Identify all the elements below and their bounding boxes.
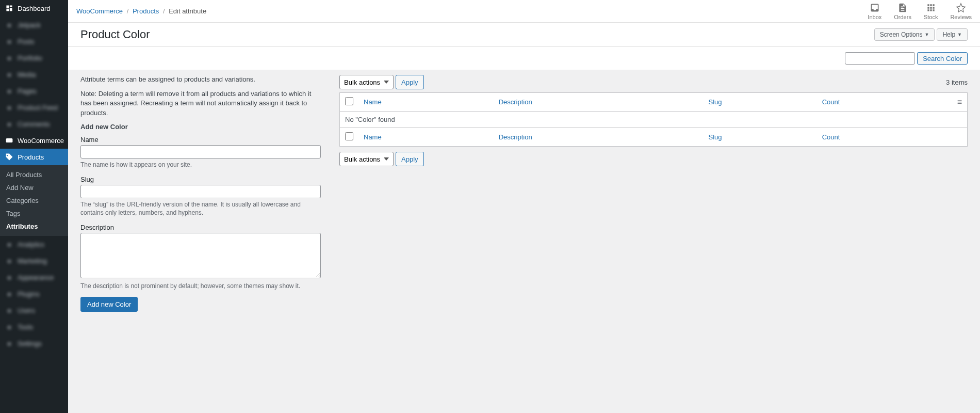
top-bar: WooCommerce / Products / Edit attribute … (68, 0, 980, 23)
sidebar-sub-attributes[interactable]: Attributes (0, 220, 68, 233)
name-label: Name (80, 136, 321, 144)
sidebar-item-blurred: ●Product Feed (0, 99, 68, 116)
breadcrumb: WooCommerce / Products / Edit attribute (76, 7, 206, 15)
caret-down-icon: ▼ (957, 32, 962, 37)
col-count[interactable]: Count (822, 98, 840, 106)
select-all-checkbox-bottom[interactable] (345, 132, 353, 140)
sidebar-item-label: WooCommerce (18, 137, 64, 145)
sidebar-sub-categories[interactable]: Categories (0, 194, 68, 207)
search-input[interactable] (845, 52, 915, 65)
select-all-checkbox[interactable] (345, 97, 353, 105)
heading-row: Product Color Screen Options ▼ Help ▼ (68, 23, 980, 47)
col-description[interactable]: Description (499, 133, 532, 141)
caret-down-icon: ▼ (924, 32, 929, 37)
slug-label: Slug (80, 176, 321, 183)
activity-label: Reviews (950, 14, 972, 20)
bulk-actions-bottom: Bulk actions Apply (339, 152, 968, 166)
screen-options-button[interactable]: Screen Options ▼ (874, 28, 935, 41)
sidebar-item-woocommerce[interactable]: WooCommerce (0, 132, 68, 149)
apply-button-bottom[interactable]: Apply (396, 152, 424, 166)
activity-panel: Inbox Orders Stock Reviews (868, 3, 972, 20)
sidebar-item-blurred: ●Plugins (0, 285, 68, 302)
sidebar-submenu: All Products Add New Categories Tags Att… (0, 165, 68, 236)
sidebar-item-label: Products (18, 153, 44, 161)
reviews-icon (956, 3, 966, 13)
search-row: Search Color (68, 47, 980, 70)
col-slug[interactable]: Slug (709, 133, 722, 141)
button-label: Help (942, 31, 955, 38)
col-name[interactable]: Name (364, 98, 382, 106)
activity-label: Inbox (868, 14, 881, 20)
terms-list-panel: Bulk actions Apply 3 items Name Descript… (339, 75, 968, 408)
breadcrumb-current: Edit attribute (169, 7, 206, 15)
add-new-heading: Add new Color (80, 123, 321, 131)
help-button[interactable]: Help ▼ (937, 28, 968, 41)
description-label: Description (80, 224, 321, 231)
sidebar-sub-add-new[interactable]: Add New (0, 181, 68, 194)
add-term-form: Attribute terms can be assigned to produ… (80, 75, 321, 408)
name-help: The name is how it appears on your site. (80, 161, 321, 169)
note-text: Note: Deleting a term will remove it fro… (80, 89, 321, 118)
svg-rect-0 (6, 138, 13, 142)
sidebar-item-dashboard[interactable]: Dashboard (0, 0, 68, 17)
sidebar-item-products[interactable]: Products (0, 149, 68, 165)
sidebar-item-blurred: ●Settings (0, 335, 68, 352)
products-icon (4, 152, 14, 162)
sidebar-item-blurred: ●Analytics (0, 236, 68, 252)
sidebar-item-blurred: ●Tools (0, 319, 68, 335)
apply-button[interactable]: Apply (396, 75, 424, 89)
sidebar-item-blurred: ●Media (0, 66, 68, 83)
breadcrumb-woocommerce[interactable]: WooCommerce (76, 7, 123, 15)
activity-inbox[interactable]: Inbox (868, 3, 881, 20)
activity-label: Stock (924, 14, 938, 20)
slug-input[interactable] (80, 185, 321, 198)
search-button[interactable]: Search Color (917, 52, 968, 65)
main-content: WooCommerce / Products / Edit attribute … (68, 0, 980, 413)
sidebar-item-blurred: ●Marketing (0, 252, 68, 269)
orders-icon (897, 3, 908, 13)
name-input[interactable] (80, 145, 321, 158)
col-name[interactable]: Name (364, 133, 382, 141)
admin-sidebar: Dashboard ●Jetpack●Posts●Portfolio●Media… (0, 0, 68, 413)
bulk-actions-select-bottom[interactable]: Bulk actions (339, 152, 394, 166)
sidebar-sub-tags[interactable]: Tags (0, 207, 68, 220)
col-description[interactable]: Description (499, 98, 532, 106)
configure-icon[interactable]: ≡ (957, 98, 962, 106)
note-text: Attribute terms can be assigned to produ… (80, 75, 321, 84)
item-count: 3 items (946, 78, 968, 86)
sidebar-item-blurred: ●Jetpack (0, 17, 68, 33)
activity-label: Orders (894, 14, 911, 20)
sidebar-item-blurred: ●Posts (0, 33, 68, 50)
description-help: The description is not prominent by defa… (80, 282, 321, 291)
breadcrumb-separator: / (127, 7, 129, 15)
dashboard-icon (4, 3, 14, 13)
no-results-text: No "Color" found (340, 112, 968, 128)
page-title: Product Color (80, 28, 150, 41)
activity-stock[interactable]: Stock (924, 3, 938, 20)
col-slug[interactable]: Slug (709, 98, 722, 106)
slug-help: The “slug” is the URL-friendly version o… (80, 200, 321, 218)
sidebar-item-blurred: ●Portfolio (0, 50, 68, 66)
sidebar-item-blurred: ●Users (0, 302, 68, 319)
col-count[interactable]: Count (822, 133, 840, 141)
breadcrumb-separator: / (163, 7, 165, 15)
inbox-icon (870, 3, 880, 13)
sidebar-item-label: Dashboard (18, 5, 51, 12)
sidebar-item-blurred: ●Comments (0, 116, 68, 132)
add-new-submit-button[interactable]: Add new Color (80, 297, 138, 312)
description-textarea[interactable] (80, 233, 321, 278)
woocommerce-icon (4, 135, 14, 146)
content-area: Attribute terms can be assigned to produ… (68, 70, 980, 413)
table-row-empty: No "Color" found (340, 112, 968, 128)
stock-icon (926, 3, 936, 13)
terms-table: Name Description Slug Count ≡ No "Color"… (339, 92, 968, 147)
sidebar-sub-all-products[interactable]: All Products (0, 168, 68, 181)
activity-orders[interactable]: Orders (894, 3, 911, 20)
activity-reviews[interactable]: Reviews (950, 3, 972, 20)
sidebar-item-blurred: ●Appearance (0, 269, 68, 285)
sidebar-item-blurred: ●Pages (0, 83, 68, 99)
breadcrumb-products[interactable]: Products (133, 7, 159, 15)
bulk-actions-top: Bulk actions Apply 3 items (339, 75, 968, 89)
bulk-actions-select[interactable]: Bulk actions (339, 75, 394, 89)
button-label: Screen Options (880, 31, 923, 38)
